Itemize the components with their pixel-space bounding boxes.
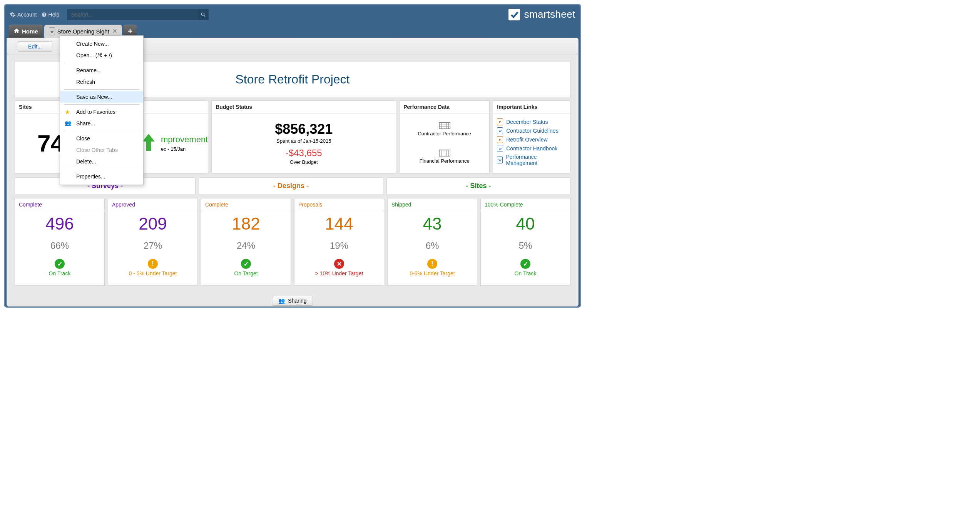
- account-label: Account: [17, 12, 37, 18]
- gear-icon: [10, 12, 16, 18]
- menu-share-label: Share...: [76, 120, 95, 127]
- metric-value: 40: [516, 214, 535, 233]
- menu-share[interactable]: 👥Share...: [60, 118, 143, 129]
- metric-status-label: On Target: [234, 270, 258, 276]
- tab-current-label: Store Opening Sight: [57, 28, 109, 35]
- metric-value: 496: [45, 214, 74, 233]
- search-input[interactable]: [67, 9, 198, 20]
- tab-home[interactable]: Home: [9, 25, 43, 38]
- perf-financial-label: Financial Performance: [420, 158, 470, 164]
- search-button[interactable]: [198, 9, 209, 20]
- metric-pct: 24%: [237, 240, 255, 251]
- menu-add-favorites[interactable]: ★Add to Favorites: [60, 106, 143, 118]
- word-file-icon: W: [497, 145, 503, 152]
- question-icon: [42, 12, 47, 17]
- menu-open[interactable]: Open... (⌘ + /): [60, 50, 143, 61]
- perf-item-contractor[interactable]: Contractor Performance: [418, 122, 471, 137]
- search-icon: [201, 12, 206, 17]
- status-ok-icon: ✓: [241, 259, 251, 269]
- word-file-icon: W: [497, 127, 503, 134]
- metric-header: Complete: [15, 198, 104, 211]
- perf-item-financial[interactable]: Financial Performance: [420, 150, 470, 164]
- link-label: Contractor Handbook: [506, 145, 557, 152]
- section-sites: - Sites -: [386, 177, 570, 194]
- menu-properties[interactable]: Properties...: [60, 171, 143, 182]
- word-file-icon: W: [497, 157, 503, 163]
- svg-line-1: [204, 15, 206, 17]
- sites-value: 74: [15, 130, 64, 157]
- brand-label: smartsheet: [524, 8, 575, 20]
- svg-point-0: [202, 13, 204, 15]
- link-label: Performance Management: [506, 154, 566, 166]
- help-label: Help: [48, 12, 60, 18]
- sites-improve-label: mprovement: [161, 135, 208, 145]
- people-icon: 👥: [278, 298, 285, 304]
- link-item-2[interactable]: PRetrofit Overview: [497, 136, 566, 143]
- metric-value: 182: [232, 214, 260, 233]
- status-ok-icon: ✓: [55, 259, 65, 269]
- sharing-label: Sharing: [288, 298, 306, 304]
- dropdown-icon[interactable]: [49, 27, 55, 35]
- status-ok-icon: ✓: [520, 259, 530, 269]
- link-item-3[interactable]: WContractor Handbook: [497, 145, 566, 152]
- metric-pct: 6%: [426, 240, 439, 251]
- metric-status-label: 0 - 5% Under Target: [129, 270, 177, 276]
- edit-button[interactable]: Edit...: [18, 41, 52, 52]
- menu-rename[interactable]: Rename...: [60, 65, 143, 76]
- card-performance-header: Performance Data: [400, 101, 489, 113]
- metric-pct: 27%: [144, 240, 162, 251]
- card-performance: Performance Data Contractor Performance …: [399, 100, 490, 173]
- link-item-1[interactable]: WContractor Guidelines: [497, 127, 566, 134]
- budget-over-label: Over Budget: [290, 159, 318, 165]
- link-item-0[interactable]: PDecember Status: [497, 118, 566, 125]
- link-label: Retrofit Overview: [506, 137, 547, 143]
- menu-create-new[interactable]: Create New...: [60, 38, 143, 50]
- account-link[interactable]: Account: [10, 12, 37, 18]
- brand-logo: smartsheet: [508, 8, 575, 20]
- menu-save-as-new[interactable]: Save as New...: [60, 91, 143, 103]
- metric-card-4: Shipped436%!0-5% Under Target: [387, 198, 477, 286]
- sheet-icon: [439, 150, 450, 157]
- budget-asof: Spent as of Jan-15-2015: [276, 138, 331, 144]
- metric-header: 100% Complete: [481, 198, 570, 211]
- card-links: Important Links PDecember StatusWContrac…: [493, 100, 570, 173]
- metric-header: Approved: [108, 198, 197, 211]
- menu-refresh[interactable]: Refresh: [60, 76, 143, 88]
- dashboard-title: Store Retrofit Project: [236, 72, 350, 87]
- metric-header: Complete: [201, 198, 291, 211]
- brand-checkmark-icon: [508, 9, 520, 20]
- link-label: December Status: [506, 119, 548, 125]
- metric-status-label: On Track: [49, 270, 71, 276]
- metric-status-label: > 10% Under Target: [315, 270, 363, 276]
- card-budget-header: Budget Status: [212, 101, 396, 113]
- perf-contractor-label: Contractor Performance: [418, 131, 471, 137]
- metric-pct: 66%: [50, 240, 69, 251]
- card-links-header: Important Links: [493, 101, 570, 113]
- link-item-4[interactable]: WPerformance Management: [497, 154, 566, 166]
- metric-value: 144: [325, 214, 353, 233]
- metric-card-1: Approved20927%!0 - 5% Under Target: [108, 198, 198, 286]
- sharing-button[interactable]: 👥 Sharing: [272, 296, 313, 306]
- metric-header: Shipped: [388, 198, 477, 211]
- budget-amount: $856,321: [275, 121, 333, 137]
- budget-delta: -$43,655: [286, 148, 322, 158]
- metric-card-2: Complete18224%✓On Target: [201, 198, 291, 286]
- metric-value: 43: [423, 214, 442, 233]
- metric-card-0: Complete49666%✓On Track: [15, 198, 105, 286]
- sites-period: ec - 15/Jan: [161, 146, 208, 152]
- metric-status-label: 0-5% Under Target: [410, 270, 455, 276]
- status-err-icon: ✕: [334, 259, 344, 269]
- menu-fav-label: Add to Favorites: [76, 109, 115, 115]
- help-link[interactable]: Help: [42, 12, 60, 18]
- metric-card-5: 100% Complete405%✓On Track: [480, 198, 570, 286]
- status-warn-icon: !: [427, 259, 437, 269]
- metric-card-3: Proposals14419%✕> 10% Under Target: [294, 198, 384, 286]
- tab-context-menu: Create New... Open... (⌘ + /) Rename... …: [60, 35, 144, 185]
- menu-delete[interactable]: Delete...: [60, 156, 143, 167]
- menu-close[interactable]: Close: [60, 133, 143, 144]
- tab-home-label: Home: [22, 28, 38, 35]
- home-icon: [13, 28, 20, 35]
- powerpoint-file-icon: P: [497, 136, 503, 143]
- menu-close-other: Close Other Tabs: [60, 144, 143, 156]
- close-icon[interactable]: ✕: [112, 28, 117, 35]
